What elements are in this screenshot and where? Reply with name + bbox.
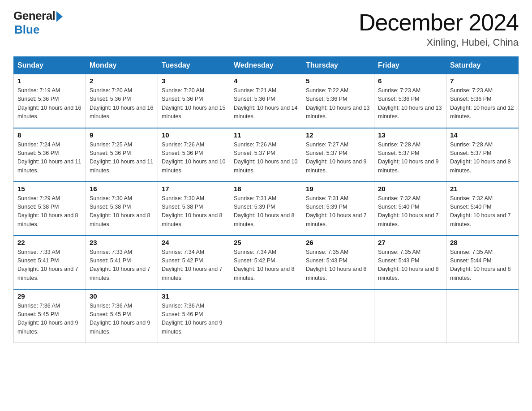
calendar-cell: 1Sunrise: 7:19 AMSunset: 5:36 PMDaylight… [14,74,86,128]
day-info: Sunrise: 7:25 AMSunset: 5:36 PMDaylight:… [90,141,154,176]
day-info: Sunrise: 7:32 AMSunset: 5:40 PMDaylight:… [378,194,442,229]
calendar-cell: 13Sunrise: 7:28 AMSunset: 5:37 PMDayligh… [374,128,446,182]
col-header-tuesday: Tuesday [158,57,230,74]
calendar-cell: 5Sunrise: 7:22 AMSunset: 5:36 PMDaylight… [302,74,374,128]
calendar-header-row: SundayMondayTuesdayWednesdayThursdayFrid… [14,57,519,74]
day-number: 16 [90,185,154,193]
day-number: 13 [378,131,442,139]
day-info: Sunrise: 7:31 AMSunset: 5:39 PMDaylight:… [234,194,298,229]
calendar-cell: 16Sunrise: 7:30 AMSunset: 5:38 PMDayligh… [86,182,158,235]
day-number: 29 [17,292,82,300]
day-info: Sunrise: 7:30 AMSunset: 5:38 PMDaylight:… [162,194,226,229]
day-number: 9 [90,131,154,139]
calendar-cell: 3Sunrise: 7:20 AMSunset: 5:36 PMDaylight… [158,74,230,128]
day-info: Sunrise: 7:33 AMSunset: 5:41 PMDaylight:… [17,248,82,283]
day-number: 15 [17,185,82,193]
day-info: Sunrise: 7:19 AMSunset: 5:36 PMDaylight:… [17,86,82,121]
day-number: 2 [90,77,154,85]
calendar-cell: 24Sunrise: 7:34 AMSunset: 5:42 PMDayligh… [158,235,230,289]
day-number: 25 [234,239,298,246]
day-info: Sunrise: 7:23 AMSunset: 5:36 PMDaylight:… [378,86,442,121]
calendar-cell: 29Sunrise: 7:36 AMSunset: 5:45 PMDayligh… [14,289,86,343]
day-info: Sunrise: 7:20 AMSunset: 5:36 PMDaylight:… [162,86,226,121]
logo: General Blue [13,9,63,37]
calendar-cell: 17Sunrise: 7:30 AMSunset: 5:38 PMDayligh… [158,182,230,235]
calendar-cell: 23Sunrise: 7:33 AMSunset: 5:41 PMDayligh… [86,235,158,289]
title-block: December 2024 Xinling, Hubei, China [359,9,519,48]
calendar-week-row: 15Sunrise: 7:29 AMSunset: 5:38 PMDayligh… [14,182,519,235]
calendar-table: SundayMondayTuesdayWednesdayThursdayFrid… [13,56,519,343]
day-number: 10 [162,131,226,139]
day-number: 21 [450,185,515,193]
col-header-friday: Friday [374,57,446,74]
logo-general-text: General [13,9,55,23]
month-title: December 2024 [359,9,519,36]
day-number: 30 [90,292,154,300]
calendar-cell: 12Sunrise: 7:27 AMSunset: 5:37 PMDayligh… [302,128,374,182]
day-info: Sunrise: 7:32 AMSunset: 5:40 PMDaylight:… [450,194,515,229]
calendar-cell [302,289,374,343]
calendar-cell: 21Sunrise: 7:32 AMSunset: 5:40 PMDayligh… [446,182,519,235]
day-number: 17 [162,185,226,193]
calendar-cell: 27Sunrise: 7:35 AMSunset: 5:43 PMDayligh… [374,235,446,289]
day-info: Sunrise: 7:35 AMSunset: 5:44 PMDaylight:… [450,248,515,283]
col-header-monday: Monday [86,57,158,74]
day-info: Sunrise: 7:22 AMSunset: 5:36 PMDaylight:… [306,86,370,121]
day-info: Sunrise: 7:35 AMSunset: 5:43 PMDaylight:… [378,248,442,283]
day-number: 20 [378,185,442,193]
day-info: Sunrise: 7:36 AMSunset: 5:45 PMDaylight:… [90,302,154,337]
day-info: Sunrise: 7:34 AMSunset: 5:42 PMDaylight:… [234,248,298,283]
calendar-cell: 20Sunrise: 7:32 AMSunset: 5:40 PMDayligh… [374,182,446,235]
day-info: Sunrise: 7:21 AMSunset: 5:36 PMDaylight:… [234,86,298,121]
day-number: 5 [306,77,370,85]
calendar-cell [230,289,302,343]
calendar-week-row: 1Sunrise: 7:19 AMSunset: 5:36 PMDaylight… [14,74,519,128]
calendar-cell: 28Sunrise: 7:35 AMSunset: 5:44 PMDayligh… [446,235,519,289]
page-header: General Blue December 2024 Xinling, Hube… [13,9,519,48]
calendar-week-row: 29Sunrise: 7:36 AMSunset: 5:45 PMDayligh… [14,289,519,343]
day-info: Sunrise: 7:33 AMSunset: 5:41 PMDaylight:… [90,248,154,283]
calendar-cell: 9Sunrise: 7:25 AMSunset: 5:36 PMDaylight… [86,128,158,182]
day-info: Sunrise: 7:28 AMSunset: 5:37 PMDaylight:… [378,141,442,176]
day-info: Sunrise: 7:31 AMSunset: 5:39 PMDaylight:… [306,194,370,229]
day-number: 12 [306,131,370,139]
day-info: Sunrise: 7:34 AMSunset: 5:42 PMDaylight:… [162,248,226,283]
day-number: 26 [306,239,370,246]
day-number: 1 [17,77,82,85]
logo-arrow-icon [56,11,63,22]
calendar-cell: 2Sunrise: 7:20 AMSunset: 5:36 PMDaylight… [86,74,158,128]
calendar-cell: 6Sunrise: 7:23 AMSunset: 5:36 PMDaylight… [374,74,446,128]
day-number: 8 [17,131,82,139]
day-info: Sunrise: 7:28 AMSunset: 5:37 PMDaylight:… [450,141,515,176]
calendar-cell [374,289,446,343]
day-info: Sunrise: 7:26 AMSunset: 5:36 PMDaylight:… [162,141,226,176]
day-info: Sunrise: 7:30 AMSunset: 5:38 PMDaylight:… [90,194,154,229]
calendar-cell: 15Sunrise: 7:29 AMSunset: 5:38 PMDayligh… [14,182,86,235]
calendar-cell: 7Sunrise: 7:23 AMSunset: 5:36 PMDaylight… [446,74,519,128]
calendar-week-row: 22Sunrise: 7:33 AMSunset: 5:41 PMDayligh… [14,235,519,289]
day-number: 7 [450,77,515,85]
day-number: 23 [90,239,154,246]
day-info: Sunrise: 7:36 AMSunset: 5:45 PMDaylight:… [17,302,82,337]
day-info: Sunrise: 7:26 AMSunset: 5:37 PMDaylight:… [234,141,298,176]
calendar-cell: 26Sunrise: 7:35 AMSunset: 5:43 PMDayligh… [302,235,374,289]
col-header-thursday: Thursday [302,57,374,74]
calendar-cell: 22Sunrise: 7:33 AMSunset: 5:41 PMDayligh… [14,235,86,289]
day-number: 31 [162,292,226,300]
day-number: 28 [450,239,515,246]
calendar-cell: 18Sunrise: 7:31 AMSunset: 5:39 PMDayligh… [230,182,302,235]
day-number: 22 [17,239,82,246]
day-number: 18 [234,185,298,193]
day-info: Sunrise: 7:20 AMSunset: 5:36 PMDaylight:… [90,86,154,121]
calendar-cell: 31Sunrise: 7:36 AMSunset: 5:46 PMDayligh… [158,289,230,343]
day-info: Sunrise: 7:24 AMSunset: 5:36 PMDaylight:… [17,141,82,176]
calendar-cell: 8Sunrise: 7:24 AMSunset: 5:36 PMDaylight… [14,128,86,182]
day-info: Sunrise: 7:27 AMSunset: 5:37 PMDaylight:… [306,141,370,176]
calendar-week-row: 8Sunrise: 7:24 AMSunset: 5:36 PMDaylight… [14,128,519,182]
day-info: Sunrise: 7:29 AMSunset: 5:38 PMDaylight:… [17,194,82,229]
calendar-cell: 10Sunrise: 7:26 AMSunset: 5:36 PMDayligh… [158,128,230,182]
calendar-cell: 11Sunrise: 7:26 AMSunset: 5:37 PMDayligh… [230,128,302,182]
calendar-cell [446,289,519,343]
logo-blue-text: Blue [14,23,39,37]
day-info: Sunrise: 7:36 AMSunset: 5:46 PMDaylight:… [162,302,226,337]
